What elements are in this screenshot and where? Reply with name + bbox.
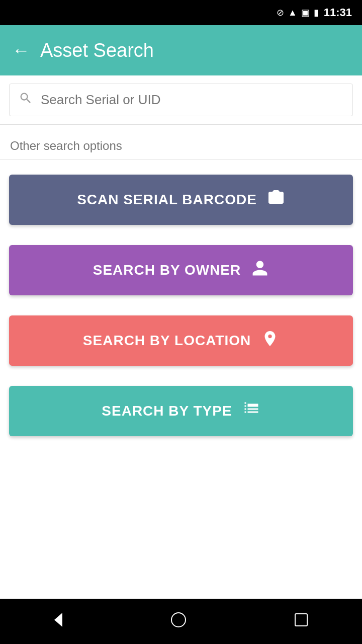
- scan-button-label: SCAN SERIAL BARCODE: [77, 192, 257, 208]
- recents-nav-icon[interactable]: [295, 613, 308, 630]
- search-box[interactable]: [9, 84, 353, 116]
- home-nav-icon[interactable]: [171, 612, 186, 631]
- battery-icon: ▮: [314, 7, 319, 18]
- search-by-location-button[interactable]: SEARCH BY LOCATION: [9, 315, 353, 366]
- list-icon: [242, 400, 260, 422]
- main-content: Other search options SCAN SERIAL BARCODE…: [0, 75, 362, 599]
- person-icon: [251, 259, 269, 281]
- scan-serial-barcode-button[interactable]: SCAN SERIAL BARCODE: [9, 175, 353, 225]
- back-nav-icon[interactable]: [54, 613, 62, 630]
- signal-icon: ▣: [301, 7, 310, 18]
- status-bar: ⊘ ▲ ▣ ▮ 11:31: [0, 0, 362, 25]
- search-by-type-button[interactable]: SEARCH BY TYPE: [9, 386, 353, 436]
- location-button-label: SEARCH BY LOCATION: [83, 333, 251, 349]
- search-icon: [19, 91, 33, 109]
- do-not-disturb-icon: ⊘: [277, 7, 284, 18]
- nav-bar: [0, 599, 362, 644]
- status-time: 11:31: [324, 6, 352, 19]
- other-options-label: Other search options: [0, 125, 362, 159]
- back-button[interactable]: ←: [12, 41, 30, 59]
- search-container: [0, 75, 362, 125]
- search-input[interactable]: [41, 92, 343, 108]
- buttons-area: SCAN SERIAL BARCODE SEARCH BY OWNER SEAR…: [0, 159, 362, 471]
- page-title: Asset Search: [40, 40, 154, 61]
- status-icons: ⊘ ▲ ▣ ▮: [277, 7, 319, 18]
- wifi-icon: ▲: [288, 8, 297, 18]
- other-options-section: Other search options: [0, 125, 362, 159]
- location-pin-icon: [261, 330, 279, 352]
- search-by-owner-button[interactable]: SEARCH BY OWNER: [9, 245, 353, 295]
- owner-button-label: SEARCH BY OWNER: [93, 262, 241, 278]
- app-bar: ← Asset Search: [0, 25, 362, 75]
- camera-icon: [267, 189, 285, 211]
- type-button-label: SEARCH BY TYPE: [102, 403, 232, 419]
